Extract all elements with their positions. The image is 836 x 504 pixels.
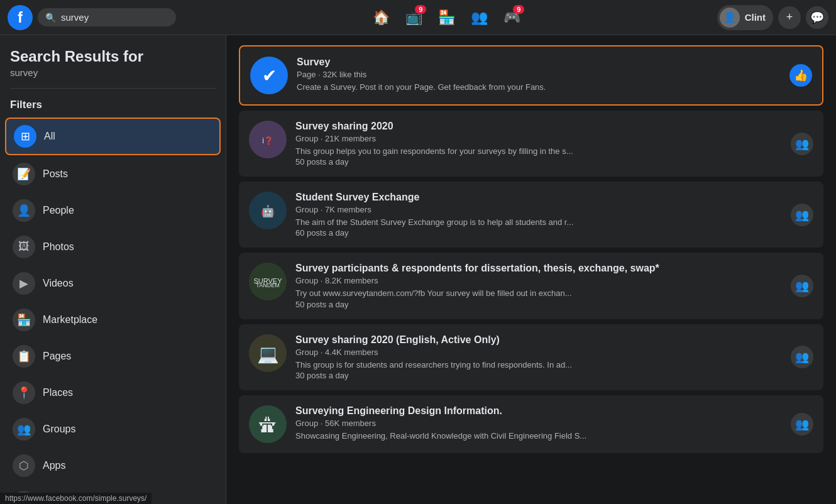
gaming-nav-button[interactable]: 🎮 9 <box>497 3 527 33</box>
sidebar-label-marketplace: Marketplace <box>43 314 97 326</box>
groups-nav-button[interactable]: 👥 <box>464 3 494 33</box>
group-icon-3: 👥 <box>795 279 809 293</box>
result-posts-survey-participants: 50 posts a day <box>295 300 782 309</box>
result-card-surveying-engineering[interactable]: 🛣 Surveying Engineering Design Informati… <box>239 395 823 453</box>
groups-icon: 👥 <box>471 9 488 26</box>
result-card-student-survey[interactable]: 🤖 Student Survey Exchange Group · 7K mem… <box>239 182 823 248</box>
sidebar-label-groups: Groups <box>43 424 75 435</box>
join-group-button-4[interactable]: 👥 <box>791 346 813 368</box>
result-title-student-survey: Student Survey Exchange <box>295 192 782 203</box>
status-url: https://www.facebook.com/simple.surveys/ <box>5 494 146 503</box>
result-meta-survey-participants: Group · 8.2K members <box>295 276 782 285</box>
sidebar-label-photos: Photos <box>43 241 74 253</box>
result-posts-survey-sharing: 50 posts a day <box>295 157 782 167</box>
sidebar-header: Search Results for survey <box>0 43 226 80</box>
result-thumb-group1: i❓ <box>249 121 287 158</box>
result-info-student-survey: Student Survey Exchange Group · 7K membe… <box>295 192 782 238</box>
join-group-button-2[interactable]: 👥 <box>791 204 813 226</box>
sidebar-item-videos[interactable]: ▶ Videos <box>5 266 221 301</box>
search-icon: 🔍 <box>45 13 56 23</box>
result-card-survey-page[interactable]: ✔ Survey Page · 32K like this Create a S… <box>239 45 823 106</box>
result-thumb-group5: 🛣 <box>249 405 287 443</box>
result-info-survey-sharing: Survey sharing 2020 Group · 21K members … <box>295 121 782 167</box>
result-desc-survey-page: Create a Survey. Post it on your Page. G… <box>297 82 781 93</box>
result-info-survey-page: Survey Page · 32K like this Create a Sur… <box>297 57 781 93</box>
user-name: Clint <box>745 12 766 23</box>
page-layout: Search Results for survey Filters ⊞ All … <box>0 35 836 504</box>
svg-text:🛣: 🛣 <box>259 415 277 435</box>
apps-icon: ⬡ <box>13 454 35 477</box>
result-info-survey-sharing-english: Survey sharing 2020 (English, Active Onl… <box>295 334 782 380</box>
result-meta-survey-sharing: Group · 21K members <box>295 134 782 143</box>
join-group-button-1[interactable]: 👥 <box>791 133 813 155</box>
join-group-button-3[interactable]: 👥 <box>791 275 813 297</box>
result-meta-survey-sharing-english: Group · 4.4K members <box>295 348 782 357</box>
group-icon-4: 👥 <box>795 350 809 364</box>
result-thumb-survey-page: ✔ <box>250 57 288 94</box>
sidebar-item-all[interactable]: ⊞ All <box>5 118 221 155</box>
places-icon: 📍 <box>13 381 35 404</box>
sidebar-item-photos[interactable]: 🖼 Photos <box>5 229 221 265</box>
result-title-survey-participants: Survey participants & respondents for di… <box>295 263 782 274</box>
result-meta-student-survey: Group · 7K members <box>295 205 782 214</box>
people-icon: 👤 <box>13 199 35 222</box>
facebook-logo[interactable]: f <box>8 5 33 30</box>
photos-icon: 🖼 <box>13 236 35 258</box>
sidebar-label-videos: Videos <box>43 278 74 289</box>
marketplace-side-icon: 🏪 <box>13 309 35 331</box>
home-nav-button[interactable]: 🏠 <box>366 3 396 33</box>
result-desc-survey-participants: Try out www.surveytandem.com/?fb Your su… <box>295 288 782 299</box>
top-navigation: f 🔍 🏠 📺 9 🏪 👥 🎮 9 👤 Clint + <box>0 0 836 35</box>
marketplace-nav-button[interactable]: 🏪 <box>431 3 461 33</box>
sidebar-item-posts[interactable]: 📝 Posts <box>5 156 221 192</box>
video-nav-button[interactable]: 📺 9 <box>399 3 429 33</box>
result-card-survey-participants[interactable]: SURVEY TANDEM Survey participants & resp… <box>239 253 823 319</box>
result-info-survey-participants: Survey participants & respondents for di… <box>295 263 782 309</box>
video-badge: 9 <box>415 5 426 14</box>
status-bar: https://www.facebook.com/simple.surveys/ <box>0 493 151 504</box>
result-title-survey-page: Survey <box>297 57 781 68</box>
sidebar-item-places[interactable]: 📍 Places <box>5 375 221 410</box>
result-info-surveying-engineering: Surveying Engineering Design Information… <box>295 405 782 442</box>
join-group-button-5[interactable]: 👥 <box>791 413 813 436</box>
sidebar-label-pages: Pages <box>43 351 71 362</box>
search-query: survey <box>10 67 216 78</box>
search-input[interactable] <box>61 12 162 23</box>
group-icon-2: 👥 <box>795 208 809 222</box>
search-results-area: ✔ Survey Page · 32K like this Create a S… <box>226 35 836 504</box>
all-icon: ⊞ <box>14 125 36 148</box>
sidebar-label-people: People <box>43 205 74 216</box>
pages-icon: 📋 <box>13 345 35 368</box>
result-card-survey-sharing-2020[interactable]: i❓ Survey sharing 2020 Group · 21K membe… <box>239 111 823 177</box>
result-card-survey-sharing-english[interactable]: 💻 Survey sharing 2020 (English, Active O… <box>239 324 823 390</box>
svg-text:🤖: 🤖 <box>261 205 275 219</box>
videos-icon: ▶ <box>13 272 35 295</box>
sidebar-label-all: All <box>44 131 55 142</box>
sidebar-item-apps[interactable]: ⬡ Apps <box>5 448 221 483</box>
user-profile-button[interactable]: 👤 Clint <box>717 5 773 30</box>
group-icon-5: 👥 <box>795 417 809 431</box>
result-desc-surveying-engineering: Showcasing Engineering, Real-world Knowl… <box>295 430 782 442</box>
group-icon-1: 👥 <box>795 137 809 151</box>
sidebar-divider <box>10 88 216 89</box>
sidebar-item-people[interactable]: 👤 People <box>5 193 221 228</box>
sidebar-item-pages[interactable]: 📋 Pages <box>5 339 221 374</box>
thumbs-up-icon: 👍 <box>794 68 808 82</box>
result-thumb-group2: 🤖 <box>249 192 287 229</box>
messenger-button[interactable]: 💬 <box>806 6 828 29</box>
sidebar-item-marketplace[interactable]: 🏪 Marketplace <box>5 302 221 337</box>
nav-right-section: 👤 Clint + 💬 <box>717 5 828 30</box>
add-button[interactable]: + <box>778 6 801 29</box>
like-action-button[interactable]: 👍 <box>789 64 812 87</box>
sidebar-label-apps: Apps <box>43 460 65 471</box>
sidebar-label-posts: Posts <box>43 168 68 180</box>
posts-icon: 📝 <box>13 163 35 185</box>
search-results-title: Search Results for <box>10 48 216 66</box>
gaming-badge: 9 <box>513 5 524 14</box>
sidebar-item-groups[interactable]: 👥 Groups <box>5 412 221 447</box>
avatar: 👤 <box>720 8 740 28</box>
result-title-survey-sharing: Survey sharing 2020 <box>295 121 782 132</box>
result-posts-student-survey: 60 posts a day <box>295 228 782 238</box>
search-bar[interactable]: 🔍 <box>38 8 176 26</box>
result-posts-survey-sharing-english: 30 posts a day <box>295 371 782 380</box>
